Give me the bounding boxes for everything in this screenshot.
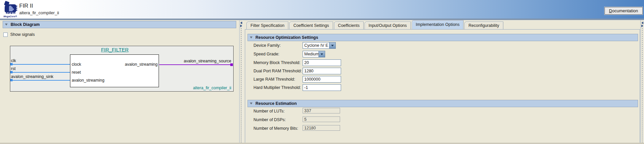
- resource-estimation-section-header[interactable]: Resource Estimation: [248, 100, 638, 107]
- splitter-collapse-left-icon[interactable]: [240, 22, 242, 24]
- collapse-triangle-icon: [250, 103, 252, 105]
- chevron-down-icon: [321, 53, 323, 55]
- megacore-logo-icon: MegaCore®: [2, 1, 18, 18]
- block-diagram-panel: Block Diagram Show signals FIR_FILTER cl…: [0, 20, 239, 144]
- resource-estimation-section-title: Resource Estimation: [255, 101, 297, 106]
- show-signals-label: Show signals: [10, 32, 35, 37]
- port-avalon-streaming-in: avalon_streaming: [72, 78, 105, 83]
- parameter-tabs: Filter Specification Coefficient Setting…: [247, 20, 503, 29]
- tab-implementation-options[interactable]: Implementation Options: [412, 20, 464, 29]
- block-diagram-section-header[interactable]: Block Diagram: [3, 21, 236, 28]
- signal-terminal-rst: [10, 71, 13, 73]
- signal-label-clk: clk: [11, 58, 16, 63]
- show-signals-row: Show signals: [3, 32, 35, 37]
- signal-terminal-avalon-streaming-source: [230, 63, 233, 66]
- signal-terminal-clk: [10, 63, 13, 65]
- page-title: FIR II: [19, 3, 33, 9]
- megacore-logo-label: MegaCore®: [2, 15, 18, 18]
- documentation-button[interactable]: Documentation: [605, 7, 643, 15]
- parameters-panel: Filter Specification Coefficient Setting…: [245, 20, 640, 144]
- memory-block-threshold-input[interactable]: [303, 59, 341, 66]
- number-of-luts-value: [303, 108, 340, 113]
- number-of-dsps-value: [303, 116, 340, 122]
- show-signals-checkbox[interactable]: [3, 33, 8, 37]
- resource-optimization-section-title: Resource Optimization Settings: [255, 35, 318, 40]
- block-diagram-canvas: FIR_FILTER clk rst avalon_streaming_sink…: [10, 46, 234, 92]
- signal-wire-avalon-streaming-source: [159, 64, 233, 65]
- tab-coefficient-settings[interactable]: Coefficient Settings: [289, 22, 333, 29]
- splitter-grip: [241, 28, 242, 143]
- collapse-triangle-icon: [250, 36, 252, 38]
- splitter-collapse-left-icon[interactable]: [641, 22, 643, 24]
- signal-label-avalon-streaming-source: avalon_streaming_source: [184, 59, 231, 63]
- tab-filter-specification[interactable]: Filter Specification: [247, 22, 288, 29]
- speed-grade-value: Medium: [303, 51, 319, 57]
- tab-reconfigurability[interactable]: Reconfigurability: [465, 22, 503, 29]
- signal-wire-clk: [10, 64, 70, 65]
- speed-grade-select[interactable]: Medium: [303, 51, 325, 57]
- window-bottom-edge: [0, 143, 644, 144]
- number-of-memory-bits-label: Number of Memory Bits:: [253, 125, 298, 132]
- speed-grade-label: Speed Grade:: [253, 51, 279, 57]
- resource-optimization-section-header[interactable]: Resource Optimization Settings: [248, 34, 638, 41]
- panel-splitter-right[interactable]: [640, 20, 644, 144]
- port-reset: reset: [72, 70, 81, 75]
- chevron-down-icon: [331, 45, 334, 46]
- tab-input-output-options[interactable]: Input/Output Options: [365, 22, 411, 29]
- implementation-options-content: Resource Optimization Settings Device Fa…: [245, 29, 640, 144]
- dual-port-ram-threshold-input[interactable]: [303, 68, 341, 74]
- hard-multiplier-threshold-input[interactable]: [303, 84, 341, 91]
- large-ram-threshold-input[interactable]: [303, 76, 341, 83]
- hard-multiplier-threshold-label: Hard Multiplier Threshold:: [253, 84, 301, 91]
- number-of-memory-bits-value: [303, 125, 340, 131]
- signal-wire-avalon-streaming-sink: [10, 80, 70, 81]
- device-family-select[interactable]: Cyclone IV E: [303, 42, 336, 49]
- speed-grade-dropdown-button[interactable]: [319, 51, 325, 57]
- splitter-collapse-right-icon[interactable]: [240, 25, 242, 27]
- device-family-dropdown-button[interactable]: [329, 42, 335, 48]
- header-banner: MegaCore® FIR II altera_fir_compiler_ii …: [0, 0, 644, 19]
- dual-port-ram-threshold-label: Dual Port RAM Threshold:: [253, 68, 302, 74]
- device-family-label: Device Family:: [253, 42, 281, 49]
- splitter-collapse-right-icon[interactable]: [641, 25, 643, 27]
- memory-block-threshold-label: Memory Block Threshold:: [253, 59, 301, 66]
- block-diagram-section-title: Block Diagram: [11, 22, 40, 27]
- tab-coefficients[interactable]: Coefficients: [334, 22, 364, 29]
- large-ram-threshold-label: Large RAM Threshold:: [253, 76, 295, 83]
- number-of-dsps-label: Number of DSPs:: [253, 116, 286, 123]
- signal-terminal-avalon-streaming-sink: [10, 79, 13, 81]
- port-avalon-streaming-out: avalon_streaming: [125, 62, 158, 67]
- collapse-triangle-icon: [5, 24, 8, 26]
- component-name: altera_fir_compiler_ii: [19, 10, 59, 15]
- fir-filter-block-title: FIR_FILTER: [70, 47, 160, 52]
- fir-filter-block: clock reset avalon_streaming avalon_stre…: [70, 54, 159, 87]
- signal-label-avalon-streaming-sink: avalon_streaming_sink: [11, 74, 53, 79]
- panel-splitter-left[interactable]: [239, 20, 243, 144]
- port-clock: clock: [72, 62, 81, 67]
- splitter-grip: [642, 28, 643, 143]
- signal-label-rst: rst: [11, 66, 16, 71]
- signal-wire-rst: [10, 72, 70, 73]
- megacore-parameter-editor-window: MegaCore® FIR II altera_fir_compiler_ii …: [0, 0, 644, 144]
- instance-name-label: altera_fir_compiler_ii: [193, 86, 231, 90]
- device-family-value: Cyclone IV E: [303, 42, 329, 48]
- number-of-luts-label: Number of LUTs:: [253, 108, 285, 114]
